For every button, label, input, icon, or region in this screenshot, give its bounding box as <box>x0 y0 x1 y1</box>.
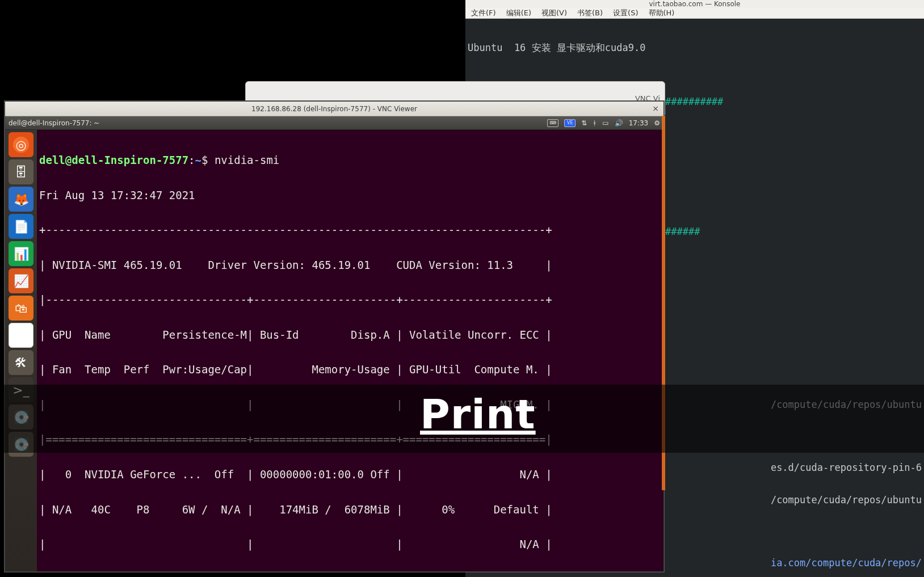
prompt-dollar: $ <box>201 154 208 166</box>
prompt-path: ~ <box>195 154 201 166</box>
konsole-title: virt.taobao.com — Konsole <box>649 0 741 8</box>
konsole-menubar: 文件(F) 编辑(E) 视图(V) 书签(B) 设置(S) 帮助(H) <box>465 8 924 19</box>
terminal-line: | Fan Temp Perf Pwr:Usage/Cap| Memory-Us… <box>39 364 661 376</box>
battery-icon[interactable]: ▭ <box>602 120 608 127</box>
launcher-dash-icon[interactable]: ◎ <box>9 132 33 157</box>
launcher-files-icon[interactable]: 🗄 <box>9 159 33 184</box>
menu-bookmarks[interactable]: 书签(B) <box>577 8 603 18</box>
terminal-line: |-------------------------------+-------… <box>39 294 661 306</box>
menu-file[interactable]: 文件(F) <box>471 8 496 18</box>
terminal-line: +---------------------------------------… <box>39 224 661 236</box>
gear-icon[interactable]: ⚙ <box>654 120 660 127</box>
terminal-line: Fri Aug 13 17:32:47 2021 <box>39 189 661 201</box>
network-icon[interactable]: ⇅ <box>581 120 587 127</box>
terminal-line: | GPU Name Persistence-M| Bus-Id Disp.A … <box>39 329 661 341</box>
terminal-line: | NVIDIA-SMI 465.19.01 Driver Version: 4… <box>39 259 661 271</box>
konsole-titlebar[interactable]: virt.taobao.com — Konsole <box>465 0 924 8</box>
close-icon[interactable]: × <box>651 104 660 113</box>
menu-help[interactable]: 帮助(H) <box>649 8 675 18</box>
launcher-settings-icon[interactable]: 🛠 <box>9 350 33 375</box>
menu-view[interactable]: 视图(V) <box>541 8 567 18</box>
bluetooth-icon[interactable]: ᚼ <box>593 120 597 127</box>
clock[interactable]: 17:33 <box>629 119 649 127</box>
command-text: nvidia-smi <box>208 154 279 166</box>
terminal-line: | | | N/A | <box>39 538 661 550</box>
ubuntu-launcher: ◎ 🗄 🦊 📄 📊 📈 🛍 a 🛠 >_ 💽 💽 <box>5 130 37 571</box>
window-title: dell@dell-Inspiron-7577: ~ <box>9 119 99 127</box>
launcher-software-icon[interactable]: 🛍 <box>9 296 33 321</box>
launcher-impress-icon[interactable]: 📈 <box>9 268 33 293</box>
konsole-line: Ubuntu 16 安装 显卡驱动和cuda9.0 <box>468 43 922 53</box>
launcher-amazon-icon[interactable]: a <box>9 323 33 348</box>
vnc-window: 192.168.86.28 (dell-Inspiron-7577) - VNC… <box>5 101 664 572</box>
vnc-badge-icon[interactable]: VE <box>564 119 576 127</box>
terminal-line: dell@dell-Inspiron-7577:~$ nvidia-smi <box>39 154 661 166</box>
launcher-firefox-icon[interactable]: 🦊 <box>9 187 33 212</box>
volume-icon[interactable]: 🔊 <box>615 120 623 127</box>
terminal[interactable]: dell@dell-Inspiron-7577:~$ nvidia-smi Fr… <box>37 130 663 571</box>
launcher-calc-icon[interactable]: 📊 <box>9 241 33 266</box>
prompt-sep: : <box>188 154 195 166</box>
terminal-line: | N/A 40C P8 6W / N/A | 174MiB / 6078MiB… <box>39 504 661 516</box>
ubuntu-top-panel: dell@dell-Inspiron-7577: ~ ⌨ VE ⇅ ᚼ ▭ 🔊 … <box>5 116 663 130</box>
menu-edit[interactable]: 编辑(E) <box>506 8 531 18</box>
vnc-title: 192.168.86.28 (dell-Inspiron-7577) - VNC… <box>251 105 417 113</box>
vnc-titlebar[interactable]: 192.168.86.28 (dell-Inspiron-7577) - VNC… <box>5 102 663 116</box>
keyboard-icon[interactable]: ⌨ <box>547 119 558 127</box>
print-caption: Print <box>420 390 536 438</box>
terminal-line: | 0 NVIDIA GeForce ... Off | 00000000:01… <box>39 469 661 481</box>
menu-settings[interactable]: 设置(S) <box>613 8 638 18</box>
launcher-writer-icon[interactable]: 📄 <box>9 214 33 239</box>
prompt-user: dell@dell-Inspiron-7577 <box>39 154 188 166</box>
